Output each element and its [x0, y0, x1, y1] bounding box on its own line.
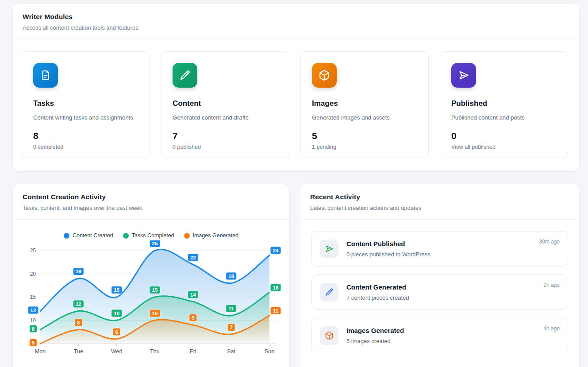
legend-item[interactable]: Tasks Completed: [123, 232, 174, 239]
legend-dot: [123, 233, 129, 239]
module-count: 0: [451, 131, 557, 141]
svg-text:22: 22: [190, 255, 196, 260]
activity-list: Content Published 0 pieces published to …: [300, 220, 579, 353]
page-subtitle: Access all content creation tools and fe…: [23, 24, 569, 31]
module-description: Generated content and drafts: [173, 114, 278, 121]
activity-line-chart: 510152025MonTueWedThuFriSatSun1219152522…: [18, 240, 284, 360]
svg-text:15: 15: [30, 294, 36, 300]
page-title: Writer Modules: [23, 13, 569, 21]
svg-text:20: 20: [30, 271, 36, 277]
svg-text:Thu: Thu: [150, 348, 160, 355]
legend-label: Content Created: [73, 232, 113, 239]
legend-dot: [64, 233, 69, 239]
activity-item-content-published[interactable]: Content Published 0 pieces published to …: [311, 231, 568, 267]
header-divider: [13, 219, 289, 220]
recent-activity-title: Recent Activity: [310, 193, 569, 201]
activity-item-content-generated[interactable]: Content Generated 7 content pieces creat…: [311, 274, 568, 310]
svg-text:25: 25: [152, 241, 158, 246]
tasks-icon-box: [33, 63, 58, 88]
recent-activity-header: Recent Activity Latest content creation …: [300, 184, 579, 219]
svg-text:15: 15: [152, 287, 158, 293]
activity-item-subtitle: 0 pieces published to WordPress: [346, 251, 430, 258]
chart-title: Content Creation Activity: [23, 193, 280, 201]
content-creation-activity-panel: Content Creation Activity Tasks, content…: [12, 184, 290, 367]
module-card-images[interactable]: Images Generated images and assets 5 1 p…: [300, 51, 429, 158]
svg-text:11: 11: [229, 306, 234, 311]
module-substat: 0 completed: [33, 144, 138, 150]
module-substat: View all published: [451, 144, 557, 150]
activity-item-subtitle: 7 content pieces created: [346, 294, 409, 301]
activity-item-body: Images Generated 5 images created: [346, 327, 404, 344]
svg-text:Fri: Fri: [190, 348, 196, 355]
activity-item-body: Content Published 0 pieces published to …: [346, 240, 430, 258]
svg-text:9: 9: [192, 315, 194, 321]
svg-text:10: 10: [30, 317, 36, 324]
svg-text:10: 10: [152, 311, 158, 316]
svg-text:12: 12: [31, 308, 36, 313]
module-description: Content writing tasks and assignments: [33, 114, 138, 121]
svg-text:16: 16: [273, 285, 279, 290]
svg-text:14: 14: [190, 292, 196, 297]
svg-text:18: 18: [228, 274, 234, 279]
svg-text:Tue: Tue: [74, 348, 83, 355]
activity-item-body: Content Generated 7 content pieces creat…: [346, 283, 409, 301]
legend-item[interactable]: Images Generated: [184, 232, 239, 239]
send-icon: [458, 70, 469, 81]
svg-text:11: 11: [273, 308, 279, 313]
svg-text:5: 5: [32, 340, 35, 345]
svg-text:10: 10: [114, 311, 119, 316]
recent-activity-subtitle: Latest content creation actions and upda…: [310, 205, 569, 211]
send-icon: [325, 244, 334, 253]
activity-item-time: 30m ago: [539, 239, 560, 245]
box-icon: [319, 70, 330, 81]
module-card-published[interactable]: Published Published content and posts 0 …: [440, 51, 568, 158]
modules-row: Tasks Content writing tasks and assignme…: [13, 39, 579, 158]
module-title: Published: [451, 99, 557, 108]
svg-text:8: 8: [77, 320, 80, 325]
svg-text:15: 15: [114, 287, 119, 293]
activity-item-title: Content Published: [346, 240, 430, 247]
pencil-icon: [325, 288, 334, 297]
pencil-icon-box: [320, 283, 338, 301]
box-icon: [325, 331, 334, 340]
pencil-icon: [179, 70, 191, 81]
svg-text:25: 25: [30, 247, 36, 254]
activity-item-subtitle: 5 images created: [346, 338, 404, 344]
activity-item-time: 4h ago: [543, 325, 560, 332]
svg-text:Mon: Mon: [35, 348, 46, 355]
module-description: Published content and posts: [451, 114, 557, 121]
module-count: 5: [312, 131, 417, 141]
module-description: Generated images and assets: [312, 114, 417, 121]
module-substat: 1 pending: [312, 144, 417, 150]
svg-text:Wed: Wed: [111, 348, 123, 355]
module-title: Content: [173, 99, 278, 108]
legend-label: Tasks Completed: [132, 232, 174, 239]
chart-legend: Content CreatedTasks CompletedImages Gen…: [13, 232, 289, 239]
svg-text:12: 12: [76, 301, 81, 307]
writer-modules-panel: Writer Modules Access all content creati…: [12, 4, 580, 172]
published-icon-box: [451, 63, 476, 88]
file-text-icon: [40, 70, 51, 81]
activity-item-images-generated[interactable]: Images Generated 5 images created 4h ago: [311, 318, 568, 353]
svg-text:6: 6: [115, 329, 118, 335]
activity-item-title: Content Generated: [346, 283, 409, 291]
module-count: 8: [33, 131, 138, 141]
module-card-tasks[interactable]: Tasks Content writing tasks and assignme…: [22, 51, 150, 158]
recent-activity-panel: Recent Activity Latest content creation …: [300, 184, 580, 367]
chart-subtitle: Tasks, content, and images over the past…: [23, 205, 280, 211]
activity-item-time: 2h ago: [543, 282, 560, 288]
svg-text:Sun: Sun: [265, 348, 274, 355]
activity-item-title: Images Generated: [346, 327, 404, 334]
module-card-content[interactable]: Content Generated content and drafts 7 0…: [161, 51, 289, 158]
svg-text:24: 24: [273, 248, 279, 253]
legend-item[interactable]: Content Created: [64, 232, 113, 239]
box-icon-box: [320, 326, 338, 345]
module-title: Images: [312, 99, 417, 108]
send-icon-box: [320, 240, 338, 258]
content-icon-box: [173, 63, 197, 88]
svg-text:19: 19: [76, 269, 81, 274]
writer-modules-header: Writer Modules Access all content creati…: [13, 4, 579, 39]
svg-text:Sat: Sat: [227, 348, 235, 355]
chart-header: Content Creation Activity Tasks, content…: [13, 184, 289, 219]
module-title: Tasks: [33, 99, 138, 108]
